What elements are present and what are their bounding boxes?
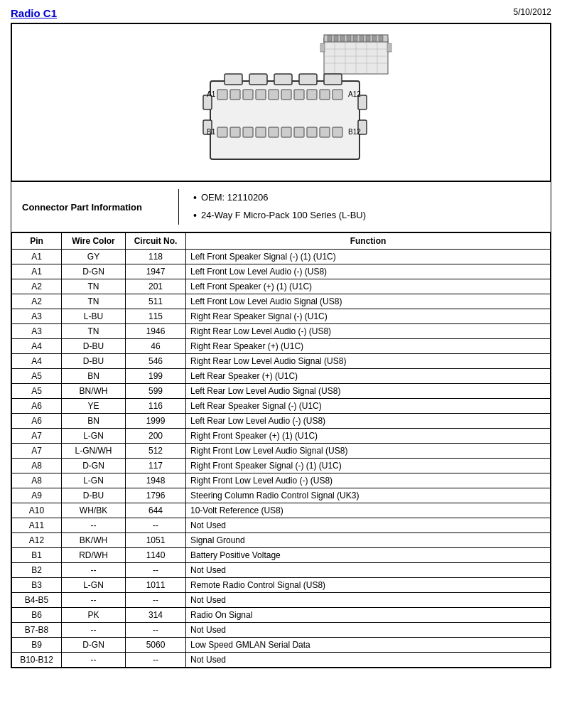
svg-rect-24 [274, 74, 292, 85]
table-cell-9-3: Left Rear Low Level Audio Signal (US8) [186, 384, 551, 399]
table-cell-12-0: A7 [12, 429, 62, 444]
main-content-box: A1 A12 B1 B12 Connector Part Information… [11, 23, 551, 668]
svg-rect-33 [243, 90, 253, 100]
svg-rect-5 [347, 36, 351, 41]
table-cell-17-1: WH/BK [62, 503, 126, 518]
table-cell-13-2: 512 [126, 444, 186, 459]
table-cell-10-2: 116 [126, 399, 186, 414]
svg-rect-7 [360, 36, 364, 41]
table-cell-11-2: 1999 [126, 414, 186, 429]
table-cell-0-3: Left Front Speaker Signal (-) (1) (U1C) [186, 250, 551, 264]
table-cell-6-0: A4 [12, 339, 62, 354]
table-cell-27-3: Not Used [186, 653, 551, 668]
svg-rect-41 [217, 127, 227, 137]
table-cell-27-2: -- [126, 653, 186, 668]
table-cell-17-0: A10 [12, 503, 62, 518]
table-cell-20-0: B1 [12, 548, 62, 563]
table-cell-20-3: Battery Positive Voltage [186, 548, 551, 563]
table-cell-11-0: A6 [12, 414, 62, 429]
table-row: A4D-BU546Right Rear Low Level Audio Sign… [12, 354, 551, 369]
table-cell-11-1: BN [62, 414, 126, 429]
bullet-1: • [193, 189, 197, 207]
svg-rect-4 [340, 36, 345, 41]
svg-rect-39 [320, 90, 330, 100]
svg-rect-48 [307, 127, 317, 137]
svg-rect-43 [243, 127, 253, 137]
table-row: A8L-GN1948Right Front Low Level Audio (-… [12, 473, 551, 488]
table-row: A6YE116Left Rear Speaker Signal (-) (U1C… [12, 399, 551, 414]
table-row: A2TN201Left Front Speaker (+) (1) (U1C) [12, 279, 551, 294]
info-section: Connector Part Information • OEM: 121102… [11, 181, 551, 232]
svg-rect-36 [281, 90, 291, 100]
table-cell-25-1: -- [62, 623, 126, 638]
table-row: A1GY118Left Front Speaker Signal (-) (1)… [12, 250, 551, 264]
table-cell-13-3: Right Front Low Level Audio Signal (US8) [186, 444, 551, 459]
svg-rect-10 [379, 36, 383, 41]
table-cell-26-0: B9 [12, 638, 62, 653]
table-cell-3-0: A2 [12, 294, 62, 309]
table-cell-7-1: D-BU [62, 354, 126, 369]
table-row: A1D-GN1947Left Front Low Level Audio (-)… [12, 264, 551, 279]
table-row: A4D-BU46Right Rear Speaker (+) (U1C) [12, 339, 551, 354]
table-cell-5-0: A3 [12, 324, 62, 339]
table-cell-6-2: 46 [126, 339, 186, 354]
table-cell-24-1: PK [62, 608, 126, 623]
table-cell-1-2: 1947 [126, 264, 186, 279]
table-cell-0-0: A1 [12, 250, 62, 264]
table-cell-2-0: A2 [12, 279, 62, 294]
table-cell-12-1: L-GN [62, 429, 126, 444]
table-cell-22-2: 1011 [126, 578, 186, 593]
table-cell-27-1: -- [62, 653, 126, 668]
table-cell-27-0: B10-B12 [12, 653, 62, 668]
table-cell-16-0: A9 [12, 488, 62, 503]
table-cell-2-2: 201 [126, 279, 186, 294]
table-cell-1-0: A1 [12, 264, 62, 279]
table-row: B10-B12----Not Used [12, 653, 551, 668]
pack-type: 24-Way F Micro-Pack 100 Series (L-BU) [201, 207, 366, 223]
table-cell-22-3: Remote Radio Control Signal (US8) [186, 578, 551, 593]
table-row: A5BN199Left Rear Speaker (+) (U1C) [12, 369, 551, 384]
bullet-2: • [193, 207, 197, 225]
svg-rect-25 [299, 74, 317, 85]
svg-text:B12: B12 [348, 128, 361, 136]
table-cell-20-1: RD/WH [62, 548, 126, 563]
table-cell-1-1: D-GN [62, 264, 126, 279]
table-cell-3-2: 511 [126, 294, 186, 309]
oem-info: • OEM: 12110206 • 24-Way F Micro-Pack 10… [193, 189, 540, 225]
table-cell-22-1: L-GN [62, 578, 126, 593]
table-cell-4-0: A3 [12, 309, 62, 324]
svg-rect-23 [249, 74, 267, 85]
table-cell-9-1: BN/WH [62, 384, 126, 399]
table-row: A9D-BU1796Steering Column Radio Control … [12, 488, 551, 503]
table-cell-23-3: Not Used [186, 593, 551, 608]
table-cell-13-0: A7 [12, 444, 62, 459]
table-cell-0-2: 118 [126, 250, 186, 264]
table-cell-14-2: 117 [126, 459, 186, 473]
table-cell-15-2: 1948 [126, 473, 186, 488]
table-row: A2TN511Left Front Low Level Audio Signal… [12, 294, 551, 309]
table-cell-16-2: 1796 [126, 488, 186, 503]
table-row: A7L-GN/WH512Right Front Low Level Audio … [12, 444, 551, 459]
table-row: B3L-GN1011Remote Radio Control Signal (U… [12, 578, 551, 593]
table-cell-1-3: Left Front Low Level Audio (-) (US8) [186, 264, 551, 279]
table-cell-6-3: Right Rear Speaker (+) (U1C) [186, 339, 551, 354]
svg-rect-8 [366, 36, 370, 41]
table-cell-18-2: -- [126, 518, 186, 533]
svg-rect-50 [333, 127, 342, 137]
table-cell-23-0: B4-B5 [12, 593, 62, 608]
table-cell-8-1: BN [62, 369, 126, 384]
table-row: A12BK/WH1051Signal Ground [12, 533, 551, 548]
table-row: B1RD/WH1140Battery Positive Voltage [12, 548, 551, 563]
svg-rect-38 [307, 90, 317, 100]
svg-rect-26 [324, 74, 342, 85]
svg-rect-40 [333, 90, 342, 100]
table-row: B4-B5----Not Used [12, 593, 551, 608]
table-cell-19-2: 1051 [126, 533, 186, 548]
table-cell-22-0: B3 [12, 578, 62, 593]
table-cell-18-3: Not Used [186, 518, 551, 533]
table-cell-19-0: A12 [12, 533, 62, 548]
table-cell-26-1: D-GN [62, 638, 126, 653]
svg-rect-3 [334, 36, 338, 41]
table-cell-16-1: D-BU [62, 488, 126, 503]
table-cell-14-0: A8 [12, 459, 62, 473]
